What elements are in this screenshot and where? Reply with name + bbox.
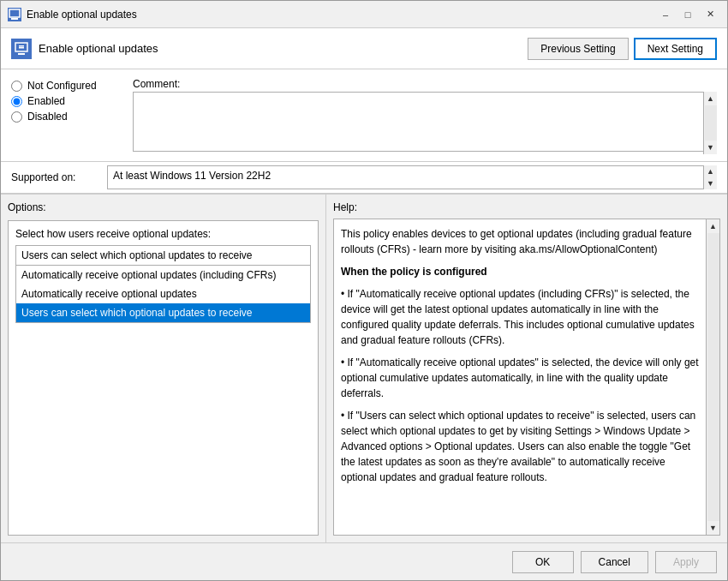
help-scrollbar: ▲ ▼ — [706, 219, 719, 535]
help-bullet-1: • If "Automatically receive optional upd… — [341, 286, 699, 348]
options-inner: Select how users receive optional update… — [8, 220, 319, 536]
comment-scroll-track — [705, 105, 717, 141]
supported-value: At least Windows 11 Version 22H2 — [107, 165, 717, 189]
disabled-label: Disabled — [27, 111, 68, 123]
svg-rect-0 — [9, 9, 20, 17]
comment-scrollbar: ▲ ▼ — [703, 92, 717, 154]
help-title: Help: — [333, 201, 720, 213]
dropdown-wrapper: Users can select which optional updates … — [15, 245, 311, 323]
enabled-option[interactable]: Enabled — [11, 95, 122, 107]
header-left: Enable optional updates — [11, 39, 158, 59]
radio-group: Not Configured Enabled Disabled — [11, 76, 122, 154]
help-scroll-track — [707, 233, 719, 521]
dropdown-selected[interactable]: Users can select which optional updates … — [15, 245, 311, 266]
apply-button[interactable]: Apply — [655, 551, 717, 573]
dropdown-item-0[interactable]: Automatically receive optional updates (… — [16, 266, 310, 285]
header-title: Enable optional updates — [39, 42, 158, 55]
main-window: Enable optional updates – □ ✕ Enable opt… — [0, 0, 728, 581]
svg-rect-4 — [19, 47, 24, 49]
maximize-button[interactable]: □ — [677, 6, 698, 23]
comment-textarea[interactable] — [133, 92, 717, 152]
config-section: Not Configured Enabled Disabled Comment:… — [1, 69, 727, 162]
title-bar-controls: – □ ✕ — [655, 6, 720, 23]
supported-scroll-down[interactable]: ▼ — [705, 177, 717, 189]
minimize-button[interactable]: – — [655, 6, 676, 23]
enabled-radio[interactable] — [11, 96, 22, 107]
title-bar-left: Enable optional updates — [8, 8, 137, 21]
help-scroll-down[interactable]: ▼ — [707, 521, 719, 535]
window-title: Enable optional updates — [27, 9, 137, 21]
comment-box-wrapper: ▲ ▼ — [133, 92, 717, 154]
options-panel: Options: Select how users receive option… — [1, 195, 326, 542]
not-configured-label: Not Configured — [27, 80, 97, 92]
supported-value-wrapper: At least Windows 11 Version 22H2 ▲ ▼ — [107, 165, 717, 189]
help-line-1: This policy enables devices to get optio… — [341, 226, 699, 257]
window-icon — [8, 8, 21, 21]
svg-rect-3 — [18, 53, 25, 55]
supported-scrollbar: ▲ ▼ — [703, 165, 717, 189]
next-setting-button[interactable]: Next Setting — [634, 38, 717, 60]
comment-scroll-up[interactable]: ▲ — [705, 92, 717, 105]
help-scroll-up[interactable]: ▲ — [707, 219, 719, 233]
comment-area: Comment: ▲ ▼ — [133, 76, 717, 154]
comment-label: Comment: — [133, 76, 717, 90]
help-line-2: When the policy is configured — [341, 264, 699, 279]
dropdown-list: Automatically receive optional updates (… — [15, 266, 311, 323]
title-bar: Enable optional updates – □ ✕ — [1, 1, 727, 28]
not-configured-radio[interactable] — [11, 81, 22, 92]
help-panel: Help: This policy enables devices to get… — [326, 195, 727, 542]
enabled-label: Enabled — [27, 95, 65, 107]
options-title: Options: — [8, 201, 319, 213]
options-select-label: Select how users receive optional update… — [15, 228, 311, 240]
previous-setting-button[interactable]: Previous Setting — [528, 38, 628, 60]
ok-button[interactable]: OK — [512, 551, 574, 573]
close-button[interactable]: ✕ — [700, 6, 720, 23]
svg-rect-5 — [19, 45, 24, 47]
header-icon — [11, 39, 32, 59]
disabled-radio[interactable] — [11, 111, 22, 123]
supported-label: Supported on: — [11, 171, 97, 183]
header-section: Enable optional updates Previous Setting… — [1, 28, 727, 69]
help-content: This policy enables devices to get optio… — [334, 219, 719, 535]
cancel-button[interactable]: Cancel — [581, 551, 648, 573]
svg-rect-1 — [11, 18, 18, 20]
header-buttons: Previous Setting Next Setting — [528, 38, 717, 60]
comment-scroll-down[interactable]: ▼ — [705, 141, 717, 154]
not-configured-option[interactable]: Not Configured — [11, 80, 122, 92]
two-panel: Options: Select how users receive option… — [1, 194, 727, 542]
help-content-wrapper: This policy enables devices to get optio… — [333, 219, 720, 536]
supported-row: Supported on: At least Windows 11 Versio… — [1, 162, 727, 194]
dropdown-item-1[interactable]: Automatically receive optional updates — [16, 285, 310, 303]
dropdown-item-2[interactable]: Users can select which optional updates … — [16, 303, 310, 322]
help-bullet-2: • If "Automatically receive optional upd… — [341, 355, 699, 401]
help-bullet-3: • If "Users can select which optional up… — [341, 408, 699, 485]
supported-scroll-up[interactable]: ▲ — [705, 165, 717, 177]
disabled-option[interactable]: Disabled — [11, 111, 122, 123]
bottom-bar: OK Cancel Apply — [1, 542, 727, 580]
